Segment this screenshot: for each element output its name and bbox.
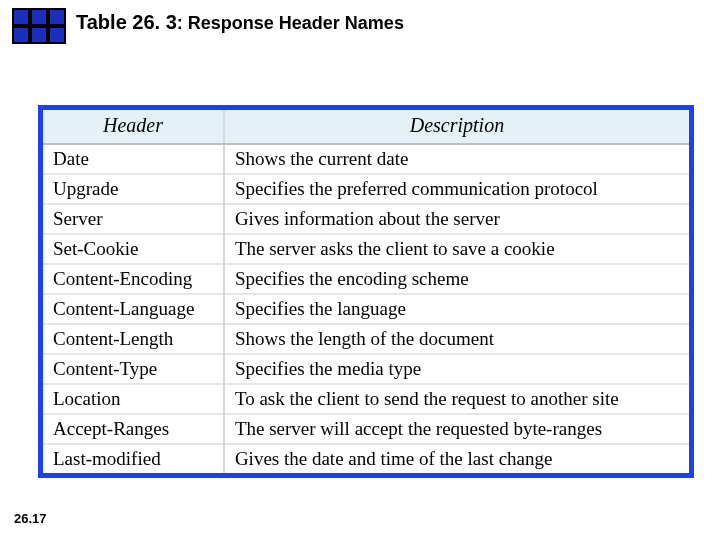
table-row: Set-CookieThe server asks the client to …: [43, 234, 689, 264]
cell-header: Content-Length: [43, 324, 224, 354]
grid-icon: [12, 8, 66, 44]
cell-description: The server will accept the requested byt…: [224, 414, 689, 444]
table-header-row: Header Description: [43, 110, 689, 144]
cell-description: Specifies the language: [224, 294, 689, 324]
col-description: Description: [224, 110, 689, 144]
cell-header: Server: [43, 204, 224, 234]
page-number: 26.17: [14, 511, 47, 526]
cell-header: Location: [43, 384, 224, 414]
title-rest: Response Header Names: [188, 13, 404, 33]
table-row: Last-modifiedGives the date and time of …: [43, 444, 689, 473]
cell-header: Accept-Ranges: [43, 414, 224, 444]
cell-header: Upgrade: [43, 174, 224, 204]
table-row: Accept-RangesThe server will accept the …: [43, 414, 689, 444]
cell-header: Set-Cookie: [43, 234, 224, 264]
cell-description: To ask the client to send the request to…: [224, 384, 689, 414]
cell-description: Specifies the media type: [224, 354, 689, 384]
col-header: Header: [43, 110, 224, 144]
table-row: Content-LanguageSpecifies the language: [43, 294, 689, 324]
table-row: Content-EncodingSpecifies the encoding s…: [43, 264, 689, 294]
cell-description: Gives information about the server: [224, 204, 689, 234]
cell-description: The server asks the client to save a coo…: [224, 234, 689, 264]
cell-header: Date: [43, 144, 224, 174]
table-row: Content-LengthShows the length of the do…: [43, 324, 689, 354]
table-row: DateShows the current date: [43, 144, 689, 174]
cell-description: Gives the date and time of the last chan…: [224, 444, 689, 473]
cell-header: Content-Language: [43, 294, 224, 324]
header-table: Header Description DateShows the current…: [38, 105, 694, 478]
cell-description: Specifies the encoding scheme: [224, 264, 689, 294]
title-sep: :: [177, 13, 188, 33]
table-row: Content-TypeSpecifies the media type: [43, 354, 689, 384]
title-prefix: Table 26. 3: [76, 11, 177, 33]
table-row: LocationTo ask the client to send the re…: [43, 384, 689, 414]
cell-header: Content-Type: [43, 354, 224, 384]
cell-description: Shows the length of the document: [224, 324, 689, 354]
cell-header: Content-Encoding: [43, 264, 224, 294]
table-row: ServerGives information about the server: [43, 204, 689, 234]
slide-title: Table 26. 3: Response Header Names: [76, 11, 404, 34]
table-row: UpgradeSpecifies the preferred communica…: [43, 174, 689, 204]
cell-description: Specifies the preferred communication pr…: [224, 174, 689, 204]
cell-header: Last-modified: [43, 444, 224, 473]
cell-description: Shows the current date: [224, 144, 689, 174]
